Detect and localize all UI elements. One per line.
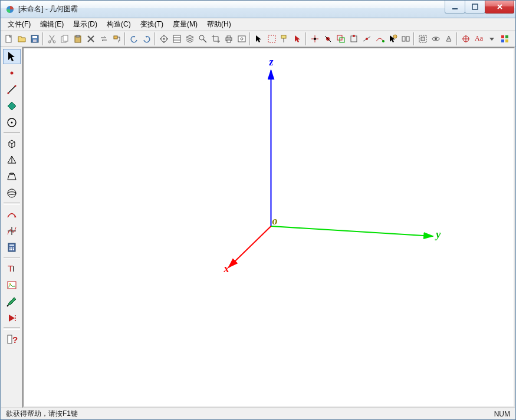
- layers-button[interactable]: [183, 32, 196, 45]
- status-num-indicator: NUM: [494, 410, 510, 418]
- origin-button[interactable]: [459, 32, 472, 45]
- app-icon: [5, 5, 15, 14]
- cut-button[interactable]: [45, 32, 58, 45]
- side-toolbox: TI ?: [1, 47, 22, 408]
- svg-point-37: [353, 35, 355, 37]
- midpoint-button[interactable]: [360, 32, 373, 45]
- toolbar-separator: [42, 32, 44, 45]
- replace-button[interactable]: [97, 32, 110, 45]
- function-graph-tool[interactable]: [3, 223, 21, 239]
- palette-button[interactable]: [498, 32, 511, 45]
- close-button[interactable]: [485, 1, 514, 14]
- pointer-tool-button[interactable]: [252, 32, 265, 45]
- svg-point-41: [393, 35, 397, 38]
- paste-button[interactable]: [71, 32, 84, 45]
- attach-button[interactable]: [399, 32, 412, 45]
- cube-tool[interactable]: [3, 136, 21, 151]
- dropdown-button[interactable]: [485, 32, 498, 45]
- svg-text:I: I: [12, 265, 14, 273]
- point-tool[interactable]: [3, 65, 21, 81]
- undo-button[interactable]: [127, 32, 140, 45]
- selection-tool[interactable]: [3, 49, 21, 64]
- label-tool-button[interactable]: [278, 32, 291, 45]
- menu-transform[interactable]: 变换(T): [136, 18, 168, 31]
- z-axis-label: z: [268, 56, 273, 68]
- svg-rect-72: [8, 282, 16, 289]
- svg-rect-50: [505, 35, 508, 38]
- svg-rect-28: [238, 36, 245, 42]
- select-all-button[interactable]: [291, 32, 304, 45]
- svg-point-40: [382, 40, 384, 42]
- minimize-button[interactable]: [445, 1, 465, 14]
- copy-button[interactable]: [58, 32, 71, 45]
- y-axis-label: y: [435, 229, 441, 240]
- snap-point-button[interactable]: [321, 32, 334, 45]
- format-painter-button[interactable]: [110, 32, 123, 45]
- delete-button[interactable]: [84, 32, 97, 45]
- svg-point-75: [15, 318, 16, 319]
- show-hide-button[interactable]: [429, 32, 442, 45]
- crop-button[interactable]: [209, 32, 222, 45]
- svg-point-60: [8, 189, 16, 197]
- line-tool[interactable]: [3, 82, 21, 97]
- print-button[interactable]: [222, 32, 235, 45]
- svg-text:?: ?: [12, 335, 18, 345]
- help-tool[interactable]: ?: [3, 332, 21, 347]
- trace-button[interactable]: [373, 32, 386, 45]
- svg-rect-67: [9, 249, 11, 250]
- svg-point-15: [163, 38, 165, 39]
- circle-tool[interactable]: [3, 115, 21, 130]
- svg-point-76: [15, 320, 16, 321]
- new-file-button[interactable]: [2, 32, 15, 45]
- menu-construct[interactable]: 构造(C): [102, 18, 136, 31]
- open-file-button[interactable]: [15, 32, 28, 45]
- svg-point-55: [7, 92, 9, 94]
- redo-button[interactable]: [140, 32, 153, 45]
- menu-measure[interactable]: 度量(M): [168, 18, 202, 31]
- calculator-tool[interactable]: [3, 240, 21, 255]
- menu-edit[interactable]: 编辑(E): [35, 18, 68, 31]
- polygon-tool[interactable]: [3, 98, 21, 114]
- x-axis-label: x: [224, 263, 229, 275]
- svg-rect-6: [33, 39, 37, 42]
- text-tool[interactable]: TI: [3, 261, 21, 276]
- intersect-button[interactable]: [334, 32, 347, 45]
- on-object-button[interactable]: [347, 32, 360, 45]
- menu-display[interactable]: 显示(D): [68, 18, 102, 31]
- top-toolbar: Aa: [1, 31, 515, 47]
- properties-button[interactable]: [170, 32, 183, 45]
- svg-point-23: [199, 35, 204, 40]
- maximize-button[interactable]: [465, 1, 485, 14]
- svg-point-39: [366, 38, 368, 40]
- in-point-button[interactable]: [308, 32, 321, 45]
- menu-file[interactable]: 文件(F): [3, 18, 35, 31]
- select-region-button[interactable]: [265, 32, 278, 45]
- frustum-tool[interactable]: [3, 169, 21, 184]
- group-button[interactable]: [416, 32, 429, 45]
- svg-rect-77: [8, 335, 12, 343]
- preview-button[interactable]: [235, 32, 248, 45]
- zoom-button[interactable]: [196, 32, 209, 45]
- text-label-button[interactable]: Aa: [472, 32, 485, 45]
- origin-label: o: [272, 215, 277, 227]
- tool-separator: [4, 203, 20, 205]
- image-tool[interactable]: [3, 277, 21, 293]
- brush-tool[interactable]: [3, 294, 21, 309]
- animation-button-tool[interactable]: [3, 310, 21, 326]
- svg-rect-51: [501, 39, 504, 42]
- sphere-tool[interactable]: [3, 186, 21, 201]
- svg-rect-42: [402, 37, 405, 41]
- automotion-button[interactable]: [386, 32, 399, 45]
- menu-help[interactable]: 帮助(H): [202, 18, 236, 31]
- svg-rect-26: [227, 36, 231, 38]
- settings-button[interactable]: [157, 32, 170, 45]
- svg-rect-20: [173, 35, 180, 42]
- tetrahedron-tool[interactable]: [3, 153, 21, 168]
- tool-separator: [4, 132, 20, 134]
- save-file-button[interactable]: [28, 32, 41, 45]
- svg-point-74: [15, 315, 16, 316]
- perspective-button[interactable]: [442, 32, 455, 45]
- vector-curve-tool[interactable]: [3, 207, 21, 222]
- menu-bar: 文件(F) 编辑(E) 显示(D) 构造(C) 变换(T) 度量(M) 帮助(H…: [1, 18, 515, 31]
- drawing-canvas[interactable]: o z y x: [22, 47, 515, 408]
